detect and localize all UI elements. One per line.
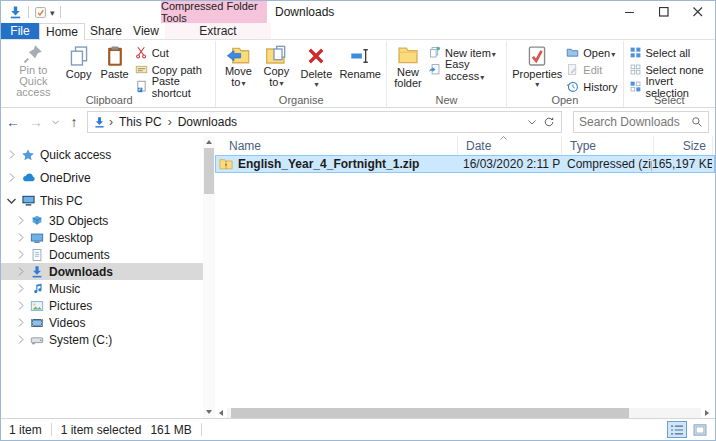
file-date: 16/03/2020 2:11 PM xyxy=(456,157,560,171)
group-label-clipboard: Clipboard xyxy=(3,94,215,107)
scrollbar-left-arrow[interactable] xyxy=(215,408,227,418)
file-row-selected[interactable]: English_Year_4_Fortnight_1.zip 16/03/202… xyxy=(215,155,715,173)
details-view-button[interactable] xyxy=(667,421,687,438)
titlebar: Compressed Folder Tools Downloads xyxy=(1,1,715,23)
maximize-button[interactable] xyxy=(647,1,681,23)
paste-shortcut-icon xyxy=(135,80,148,93)
properties-quick-icon[interactable] xyxy=(34,6,47,19)
new-folder-button[interactable]: New folder xyxy=(390,42,426,89)
chevron-right-icon[interactable] xyxy=(15,301,26,310)
column-header-size[interactable]: Size xyxy=(653,136,713,155)
sidebar-item-onedrive[interactable]: OneDrive xyxy=(1,169,203,186)
sidebar-item-pictures[interactable]: Pictures xyxy=(1,297,203,314)
column-header-type[interactable]: Type xyxy=(561,136,653,155)
picture-icon xyxy=(29,298,45,314)
group-label-open: Open xyxy=(507,94,622,107)
close-button[interactable] xyxy=(681,1,715,23)
tab-view[interactable]: View xyxy=(127,23,165,39)
sidebar-item-quick-access[interactable]: Quick access xyxy=(1,146,203,163)
column-header-date[interactable]: Date xyxy=(457,136,561,155)
column-headers: Name Date Type Size xyxy=(215,136,715,155)
search-icon[interactable] xyxy=(691,116,703,128)
rename-button[interactable]: Rename xyxy=(337,42,383,89)
history-button[interactable]: History xyxy=(564,79,619,94)
breadcrumb-chevron-icon[interactable]: › xyxy=(165,115,175,129)
zip-folder-icon xyxy=(219,157,233,171)
tab-home[interactable]: Home xyxy=(39,23,85,40)
breadcrumb-chevron-icon[interactable]: › xyxy=(106,115,116,129)
copy-button[interactable]: Copy xyxy=(61,42,97,89)
chevron-right-icon[interactable] xyxy=(6,150,17,159)
back-button[interactable]: ← xyxy=(3,112,23,132)
chevron-right-icon[interactable] xyxy=(15,216,26,225)
select-all-button[interactable]: Select all xyxy=(627,45,712,60)
copy-to-button[interactable]: Copy to xyxy=(257,42,295,89)
open-folder-icon xyxy=(566,46,579,59)
chevron-right-icon[interactable] xyxy=(15,233,26,242)
sidebar-item-system-c[interactable]: System (C:) xyxy=(1,331,203,348)
up-button[interactable]: ↑ xyxy=(64,112,84,132)
select-small-buttons: Select all Select none Invert selection xyxy=(627,42,712,94)
invert-selection-button[interactable]: Invert selection xyxy=(627,79,712,94)
copy-to-icon xyxy=(264,43,288,66)
paste-button[interactable]: Paste xyxy=(97,42,133,89)
file-size: 165,197 KB xyxy=(652,157,712,171)
sidebar-item-music[interactable]: Music xyxy=(1,280,203,297)
sidebar-item-desktop[interactable]: Desktop xyxy=(1,229,203,246)
sidebar-item-3d-objects[interactable]: 3D Objects xyxy=(1,212,203,229)
chevron-right-icon[interactable] xyxy=(15,250,26,259)
cube-icon xyxy=(29,213,45,229)
dropdown-caret-icon xyxy=(278,76,283,88)
open-button[interactable]: Open xyxy=(564,45,619,60)
tab-extract[interactable]: Extract xyxy=(165,23,271,39)
paste-shortcut-button[interactable]: Paste shortcut xyxy=(133,79,213,94)
scrollbar-right-arrow[interactable] xyxy=(701,408,713,418)
address-bar[interactable]: › This PC › Downloads xyxy=(87,111,562,133)
cut-button[interactable]: Cut xyxy=(133,45,213,60)
search-input[interactable] xyxy=(579,115,691,129)
scrollbar-down-arrow[interactable] xyxy=(203,406,215,418)
easy-access-button[interactable]: Easy access xyxy=(426,62,503,77)
sidebar-item-downloads[interactable]: Downloads xyxy=(1,263,203,280)
chevron-down-icon[interactable] xyxy=(6,198,17,204)
properties-button[interactable]: Properties xyxy=(510,42,564,89)
scrollbar-track[interactable] xyxy=(227,408,701,418)
delete-button[interactable]: Delete xyxy=(295,42,337,89)
column-header-name[interactable]: Name xyxy=(215,136,457,155)
select-none-icon xyxy=(629,63,642,76)
qat-customize-caret-icon[interactable] xyxy=(50,5,55,19)
sidebar-item-documents[interactable]: Documents xyxy=(1,246,203,263)
move-to-button[interactable]: Move to xyxy=(219,42,257,89)
chevron-right-icon[interactable] xyxy=(15,335,26,344)
contextual-tab-header[interactable]: Compressed Folder Tools xyxy=(161,1,267,23)
pin-to-quick-access-button[interactable]: Pin to Quick access xyxy=(6,42,61,89)
tab-share[interactable]: Share xyxy=(85,23,127,39)
sidebar-item-videos[interactable]: Videos xyxy=(1,314,203,331)
chevron-right-icon[interactable] xyxy=(15,284,26,293)
search-box[interactable] xyxy=(573,111,709,133)
navigation-bar: ← → ↑ › This PC › Downloads xyxy=(1,108,715,136)
breadcrumb-downloads[interactable]: Downloads xyxy=(175,115,240,129)
tab-file[interactable]: File xyxy=(1,23,39,39)
refresh-icon[interactable] xyxy=(540,116,558,128)
chevron-right-icon[interactable] xyxy=(15,267,26,276)
recent-locations-caret-icon[interactable] xyxy=(49,112,61,132)
scrollbar-thumb[interactable] xyxy=(231,408,629,418)
explorer-window: Compressed Folder Tools Downloads File H… xyxy=(0,0,716,441)
scrollbar-thumb[interactable] xyxy=(204,148,214,194)
drive-icon xyxy=(29,332,45,348)
chevron-right-icon[interactable] xyxy=(6,173,17,182)
scrollbar-up-arrow[interactable] xyxy=(203,136,215,148)
large-icons-view-button[interactable] xyxy=(690,421,710,438)
breadcrumb-this-pc[interactable]: This PC xyxy=(116,115,165,129)
ribbon-group-clipboard: Pin to Quick access Copy Paste xyxy=(3,41,216,107)
edit-button[interactable]: Edit xyxy=(564,62,619,77)
sidebar-scrollbar[interactable] xyxy=(203,136,215,418)
minimize-button[interactable] xyxy=(613,1,647,23)
forward-button[interactable]: → xyxy=(26,112,46,132)
group-label-organise: Organise xyxy=(216,94,386,107)
chevron-right-icon[interactable] xyxy=(15,318,26,327)
address-dropdown-caret-icon[interactable] xyxy=(524,120,540,125)
sidebar-item-this-pc[interactable]: This PC xyxy=(1,192,203,209)
horizontal-scrollbar[interactable] xyxy=(215,408,713,418)
